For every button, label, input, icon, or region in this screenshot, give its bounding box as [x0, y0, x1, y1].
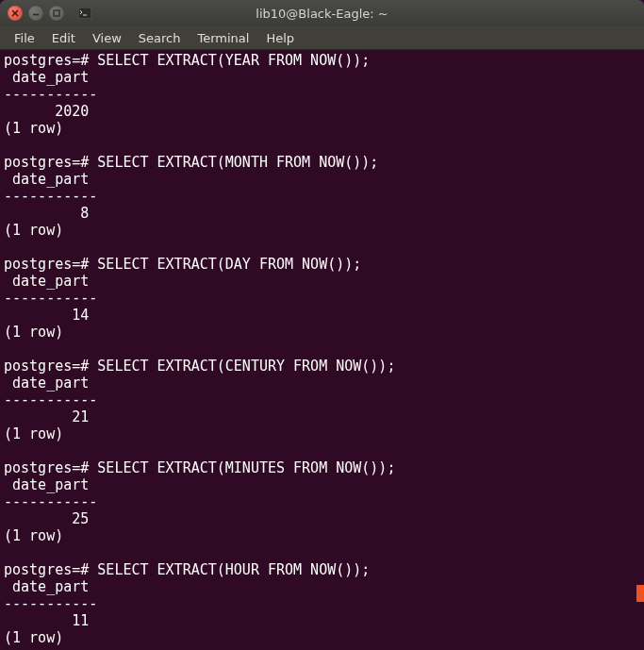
terminal-icon: [78, 8, 91, 19]
terminal-window: lib10@Black-Eagle: ~ File Edit View Sear…: [0, 0, 644, 650]
app-icon: [77, 6, 92, 21]
menubar: File Edit View Search Terminal Help: [0, 26, 644, 50]
minimize-button[interactable]: [28, 6, 43, 21]
close-button[interactable]: [8, 6, 23, 21]
menu-view[interactable]: View: [84, 28, 130, 48]
close-icon: [11, 9, 19, 17]
menu-help[interactable]: Help: [257, 28, 303, 48]
window-controls: [0, 6, 92, 21]
scrollbar-thumb[interactable]: [636, 585, 644, 602]
titlebar: lib10@Black-Eagle: ~: [0, 0, 644, 26]
maximize-button[interactable]: [49, 6, 64, 21]
menu-edit[interactable]: Edit: [43, 28, 84, 48]
svg-rect-0: [54, 10, 59, 16]
window-title: lib10@Black-Eagle: ~: [0, 7, 644, 21]
svg-rect-1: [78, 8, 91, 19]
maximize-icon: [53, 9, 60, 17]
menu-search[interactable]: Search: [130, 28, 190, 48]
menu-terminal[interactable]: Terminal: [189, 28, 257, 48]
menu-file[interactable]: File: [6, 28, 43, 48]
terminal-output[interactable]: postgres=# SELECT EXTRACT(YEAR FROM NOW(…: [0, 50, 644, 650]
minimize-icon: [32, 9, 40, 17]
